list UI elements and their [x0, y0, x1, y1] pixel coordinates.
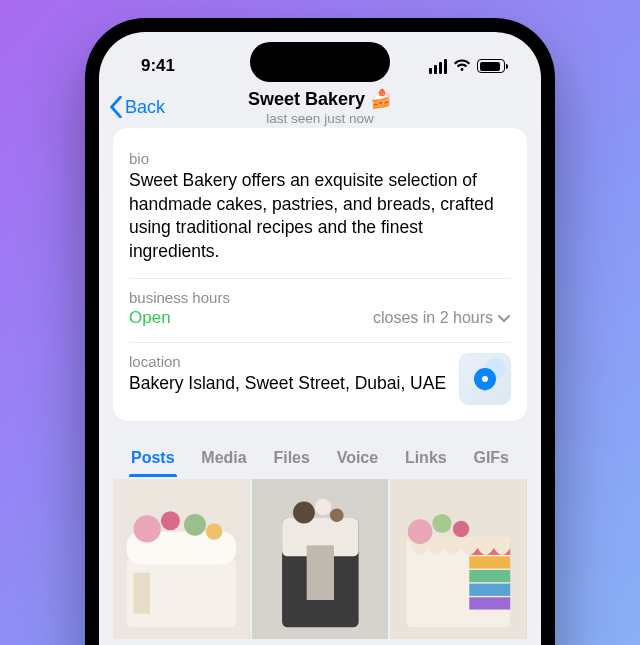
svg-rect-20: [470, 583, 511, 595]
svg-rect-21: [470, 597, 511, 609]
screen: 9:41 Back Sweet Bakery 🍰 last seen just …: [99, 32, 541, 645]
posts-grid: [113, 479, 527, 639]
post-thumbnail[interactable]: [252, 479, 389, 639]
svg-rect-19: [470, 569, 511, 581]
location-label: location: [129, 353, 449, 370]
phone-frame: 9:41 Back Sweet Bakery 🍰 last seen just …: [85, 18, 555, 645]
chevron-down-icon: [497, 311, 511, 325]
location-address: Bakery Island, Sweet Street, Dubai, UAE: [129, 372, 449, 395]
svg-point-22: [408, 519, 433, 544]
map-pin-icon: [474, 368, 496, 390]
svg-rect-18: [470, 556, 511, 568]
svg-point-13: [315, 498, 331, 514]
svg-point-3: [134, 515, 161, 542]
tab-gifs[interactable]: GIFs: [473, 443, 509, 477]
post-thumbnail[interactable]: [113, 479, 250, 639]
svg-point-24: [453, 520, 469, 536]
hours-closes: closes in 2 hours: [373, 309, 511, 327]
svg-rect-11: [306, 545, 333, 600]
tab-media[interactable]: Media: [201, 443, 246, 477]
wifi-icon: [453, 59, 471, 73]
page-subtitle: last seen just now: [99, 111, 541, 126]
chevron-left-icon: [109, 96, 123, 118]
svg-rect-7: [134, 572, 150, 613]
svg-point-12: [293, 501, 315, 523]
tab-links[interactable]: Links: [405, 443, 447, 477]
back-button[interactable]: Back: [109, 96, 165, 118]
svg-point-4: [161, 511, 180, 530]
media-tabs: Posts Media Files Voice Links GIFs: [113, 443, 527, 477]
battery-icon: [477, 59, 505, 73]
dynamic-island: [250, 42, 390, 82]
post-thumbnail[interactable]: [390, 479, 527, 639]
back-label: Back: [125, 97, 165, 118]
tab-files[interactable]: Files: [273, 443, 309, 477]
map-thumbnail[interactable]: [459, 353, 511, 405]
svg-point-5: [184, 513, 206, 535]
bio-text: Sweet Bakery offers an exquisite selecti…: [129, 169, 511, 264]
bio-section: bio Sweet Bakery offers an exquisite sel…: [129, 140, 511, 279]
svg-point-23: [433, 513, 452, 532]
status-time: 9:41: [141, 56, 175, 76]
bio-label: bio: [129, 150, 511, 167]
hours-section[interactable]: business hours Open closes in 2 hours: [129, 279, 511, 343]
location-section[interactable]: location Bakery Island, Sweet Street, Du…: [129, 343, 511, 421]
cellular-icon: [429, 59, 448, 74]
hours-status: Open: [129, 308, 171, 328]
svg-point-14: [330, 508, 344, 522]
page-title: Sweet Bakery 🍰: [99, 88, 541, 110]
status-indicators: [429, 59, 506, 74]
nav-bar: Back Sweet Bakery 🍰 last seen just now: [99, 88, 541, 128]
tab-voice[interactable]: Voice: [337, 443, 379, 477]
info-card: bio Sweet Bakery offers an exquisite sel…: [113, 128, 527, 421]
tab-posts[interactable]: Posts: [131, 443, 175, 477]
svg-point-6: [206, 523, 222, 539]
hours-label: business hours: [129, 289, 511, 306]
